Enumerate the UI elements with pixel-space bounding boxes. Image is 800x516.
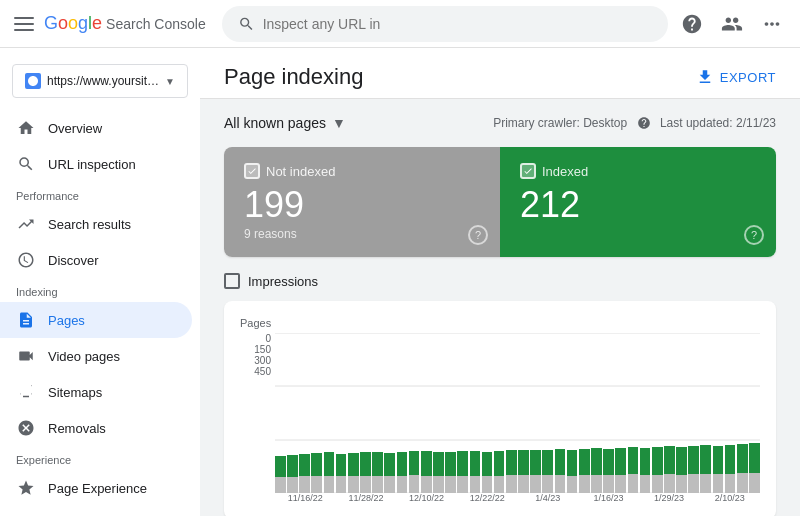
bar-not-indexed — [311, 476, 322, 493]
video-icon — [16, 346, 36, 366]
filter-label: All known pages — [224, 115, 326, 131]
bar-group — [652, 333, 663, 493]
export-button[interactable]: EXPORT — [696, 68, 776, 86]
bar-group — [640, 333, 651, 493]
bar-group — [287, 333, 298, 493]
sidebar: https://www.yoursite... ▼ Overview URL i… — [0, 48, 200, 516]
search-bar[interactable] — [222, 6, 668, 42]
sidebar-item-core-web-vitals[interactable]: Core Web Vitals — [0, 506, 192, 516]
bar-indexed — [287, 455, 298, 477]
logo: Google Search Console — [44, 13, 206, 34]
star-icon — [16, 478, 36, 498]
search-results-label: Search results — [48, 217, 131, 232]
filter-bar: All known pages ▼ Primary crawler: Deskt… — [224, 115, 776, 131]
bar-group — [421, 333, 432, 493]
bar-indexed — [311, 453, 322, 476]
sidebar-item-sitemaps[interactable]: Sitemaps — [0, 374, 192, 410]
download-icon — [696, 68, 714, 86]
chart-bars — [275, 333, 760, 493]
bar-indexed — [713, 446, 724, 474]
main-header: Page indexing EXPORT — [200, 48, 800, 99]
bar-group — [457, 333, 468, 493]
bar-not-indexed — [664, 474, 675, 493]
experience-header: Experience — [0, 446, 200, 470]
main-content: Page indexing EXPORT All known pages ▼ P… — [200, 48, 800, 516]
bar-not-indexed — [445, 476, 456, 493]
filter-dropdown[interactable]: All known pages ▼ — [224, 115, 346, 131]
sidebar-item-search-results[interactable]: Search results — [0, 206, 192, 242]
chart-container: Pages 450 300 150 0 — [224, 301, 776, 516]
indexed-help-icon[interactable]: ? — [744, 225, 764, 245]
sidebar-item-overview[interactable]: Overview — [0, 110, 192, 146]
chart-wrapper: 450 300 150 0 — [240, 333, 760, 493]
chart-y-label: Pages — [240, 317, 760, 329]
bar-indexed — [628, 447, 639, 474]
sidebar-item-removals[interactable]: Removals — [0, 410, 192, 446]
x-tick-0: 11/16/22 — [275, 493, 336, 503]
indexed-checkbox[interactable] — [520, 163, 536, 179]
bar-not-indexed — [700, 474, 711, 493]
bar-not-indexed — [676, 475, 687, 493]
profile-icon[interactable] — [716, 8, 748, 40]
bar-group — [433, 333, 444, 493]
bar-group — [530, 333, 541, 493]
remove-icon — [16, 418, 36, 438]
sidebar-item-page-experience[interactable]: Page Experience — [0, 470, 192, 506]
layout: https://www.yoursite... ▼ Overview URL i… — [0, 48, 800, 516]
search-input[interactable] — [263, 16, 652, 32]
pages-icon — [16, 310, 36, 330]
bar-not-indexed — [688, 474, 699, 493]
last-updated: 2/11/23 — [736, 116, 776, 130]
bar-indexed — [676, 447, 687, 475]
bar-indexed — [640, 448, 651, 475]
impressions-checkbox[interactable] — [224, 273, 240, 289]
bar-group — [628, 333, 639, 493]
bar-indexed — [275, 456, 286, 477]
bar-group — [311, 333, 322, 493]
bar-not-indexed — [628, 474, 639, 493]
home-icon — [16, 118, 36, 138]
bar-not-indexed — [603, 475, 614, 493]
discover-icon — [16, 250, 36, 270]
bar-not-indexed — [530, 475, 541, 493]
bar-not-indexed — [409, 475, 420, 493]
crawler-help-icon[interactable] — [637, 116, 651, 130]
x-tick-2: 12/10/22 — [396, 493, 457, 503]
bar-indexed — [433, 452, 444, 476]
sidebar-item-discover[interactable]: Discover — [0, 242, 192, 278]
hamburger-menu[interactable] — [12, 12, 36, 36]
bar-group — [700, 333, 711, 493]
chart-x-axis: 11/16/22 11/28/22 12/10/22 12/22/22 1/4/… — [275, 493, 760, 503]
site-selector[interactable]: https://www.yoursite... ▼ — [12, 64, 188, 98]
bar-indexed — [725, 445, 736, 474]
not-indexed-help-icon[interactable]: ? — [468, 225, 488, 245]
bar-indexed — [348, 453, 359, 476]
bar-group — [299, 333, 310, 493]
bar-not-indexed — [433, 476, 444, 493]
x-tick-7: 2/10/23 — [699, 493, 760, 503]
bar-indexed — [579, 449, 590, 475]
sidebar-item-url-inspection[interactable]: URL inspection — [0, 146, 192, 182]
bar-indexed — [591, 448, 602, 475]
not-indexed-checkbox[interactable] — [244, 163, 260, 179]
bar-indexed — [652, 447, 663, 475]
bar-indexed — [506, 450, 517, 475]
apps-icon[interactable] — [756, 8, 788, 40]
indexed-label: Indexed — [542, 164, 588, 179]
bar-group — [324, 333, 335, 493]
bar-indexed — [603, 449, 614, 475]
bar-indexed — [530, 450, 541, 475]
bar-not-indexed — [725, 474, 736, 493]
bar-group — [713, 333, 724, 493]
help-icon[interactable] — [676, 8, 708, 40]
bar-indexed — [457, 451, 468, 476]
site-url: https://www.yoursite... — [47, 74, 159, 88]
pages-label: Pages — [48, 313, 85, 328]
bar-indexed — [482, 452, 493, 476]
not-indexed-sub: 9 reasons — [244, 227, 480, 241]
sidebar-item-video-pages[interactable]: Video pages — [0, 338, 192, 374]
sidebar-item-pages[interactable]: Pages — [0, 302, 192, 338]
x-tick-1: 11/28/22 — [336, 493, 397, 503]
bar-indexed — [542, 450, 553, 475]
bar-group — [555, 333, 566, 493]
